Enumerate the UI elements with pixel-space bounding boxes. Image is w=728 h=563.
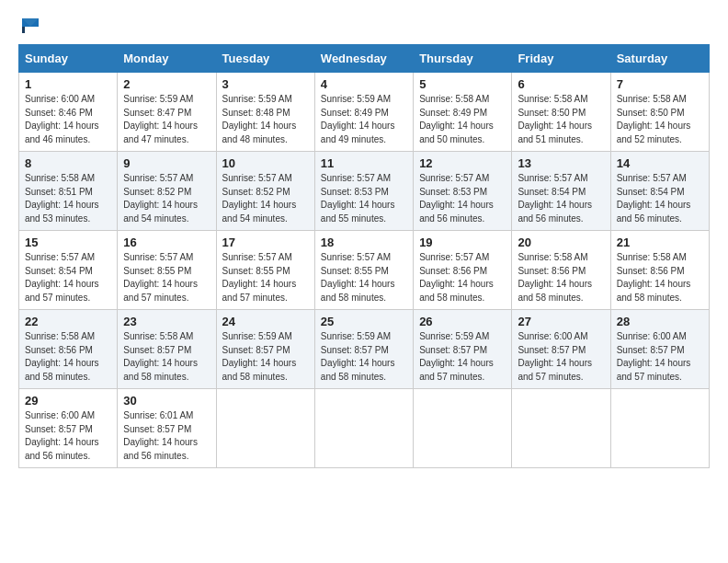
calendar-header-row: SundayMondayTuesdayWednesdayThursdayFrid… [19, 45, 710, 73]
day-number: 8 [25, 156, 111, 170]
day-info: Sunrise: 5:58 AMSunset: 8:51 PMDaylight:… [25, 172, 111, 225]
calendar-cell: 10Sunrise: 5:57 AMSunset: 8:52 PMDayligh… [216, 152, 314, 231]
calendar-cell: 12Sunrise: 5:57 AMSunset: 8:53 PMDayligh… [414, 152, 512, 231]
day-number: 19 [419, 236, 506, 249]
day-number: 2 [123, 77, 210, 91]
day-info: Sunrise: 5:59 AMSunset: 8:57 PMDaylight:… [321, 330, 407, 384]
header-monday: Monday [118, 45, 216, 73]
day-number: 4 [321, 77, 407, 91]
day-number: 13 [518, 156, 604, 170]
day-number: 1 [25, 77, 111, 91]
day-number: 23 [123, 315, 210, 328]
calendar-cell: 27Sunrise: 6:00 AMSunset: 8:57 PMDayligh… [512, 310, 610, 389]
day-number: 9 [123, 156, 210, 170]
day-info: Sunrise: 5:57 AMSunset: 8:53 PMDaylight:… [419, 172, 506, 225]
header-saturday: Saturday [610, 45, 709, 73]
calendar-cell: 8Sunrise: 5:58 AMSunset: 8:51 PMDaylight… [19, 152, 118, 231]
day-number: 30 [123, 394, 210, 408]
day-info: Sunrise: 5:59 AMSunset: 8:49 PMDaylight:… [321, 93, 407, 146]
day-info: Sunrise: 6:01 AMSunset: 8:57 PMDaylight:… [123, 409, 210, 463]
day-info: Sunrise: 5:57 AMSunset: 8:52 PMDaylight:… [123, 172, 210, 225]
day-info: Sunrise: 5:58 AMSunset: 8:56 PMDaylight:… [518, 251, 604, 304]
day-info: Sunrise: 5:58 AMSunset: 8:50 PMDaylight:… [617, 93, 703, 146]
calendar-cell [414, 389, 512, 468]
day-info: Sunrise: 5:57 AMSunset: 8:54 PMDaylight:… [518, 172, 604, 225]
day-number: 24 [222, 315, 309, 328]
day-info: Sunrise: 5:57 AMSunset: 8:55 PMDaylight:… [123, 251, 210, 304]
page-header [18, 18, 710, 29]
day-info: Sunrise: 5:59 AMSunset: 8:57 PMDaylight:… [222, 330, 309, 384]
calendar-cell [610, 389, 709, 468]
calendar-cell: 29Sunrise: 6:00 AMSunset: 8:57 PMDayligh… [19, 389, 118, 468]
calendar-cell: 16Sunrise: 5:57 AMSunset: 8:55 PMDayligh… [118, 231, 216, 310]
calendar-cell: 24Sunrise: 5:59 AMSunset: 8:57 PMDayligh… [216, 310, 314, 389]
day-info: Sunrise: 5:59 AMSunset: 8:57 PMDaylight:… [419, 330, 506, 384]
day-number: 12 [419, 156, 506, 170]
day-info: Sunrise: 5:59 AMSunset: 8:47 PMDaylight:… [123, 93, 210, 146]
calendar-cell: 13Sunrise: 5:57 AMSunset: 8:54 PMDayligh… [512, 152, 610, 231]
day-info: Sunrise: 6:00 AMSunset: 8:57 PMDaylight:… [518, 330, 604, 384]
calendar-cell: 9Sunrise: 5:57 AMSunset: 8:52 PMDaylight… [118, 152, 216, 231]
calendar-cell: 21Sunrise: 5:58 AMSunset: 8:56 PMDayligh… [610, 231, 709, 310]
day-info: Sunrise: 6:00 AMSunset: 8:46 PMDaylight:… [25, 93, 111, 146]
day-info: Sunrise: 5:58 AMSunset: 8:56 PMDaylight:… [25, 330, 111, 384]
day-info: Sunrise: 5:57 AMSunset: 8:54 PMDaylight:… [25, 251, 111, 304]
calendar-cell [512, 389, 610, 468]
day-number: 10 [222, 156, 309, 170]
calendar-cell: 2Sunrise: 5:59 AMSunset: 8:47 PMDaylight… [118, 73, 216, 152]
day-number: 28 [617, 315, 703, 328]
day-number: 21 [617, 236, 703, 249]
day-info: Sunrise: 5:58 AMSunset: 8:50 PMDaylight:… [518, 93, 604, 146]
day-number: 22 [25, 315, 111, 328]
calendar-cell: 1Sunrise: 6:00 AMSunset: 8:46 PMDaylight… [19, 73, 118, 152]
day-info: Sunrise: 5:58 AMSunset: 8:57 PMDaylight:… [123, 330, 210, 384]
calendar-cell: 28Sunrise: 6:00 AMSunset: 8:57 PMDayligh… [610, 310, 709, 389]
calendar-cell: 30Sunrise: 6:01 AMSunset: 8:57 PMDayligh… [118, 389, 216, 468]
calendar-cell: 3Sunrise: 5:59 AMSunset: 8:48 PMDaylight… [216, 73, 314, 152]
calendar-week-row: 22Sunrise: 5:58 AMSunset: 8:56 PMDayligh… [19, 310, 710, 389]
calendar-cell: 25Sunrise: 5:59 AMSunset: 8:57 PMDayligh… [314, 310, 413, 389]
calendar-cell: 5Sunrise: 5:58 AMSunset: 8:49 PMDaylight… [414, 73, 512, 152]
day-info: Sunrise: 6:00 AMSunset: 8:57 PMDaylight:… [617, 330, 703, 384]
day-info: Sunrise: 5:58 AMSunset: 8:49 PMDaylight:… [419, 93, 506, 146]
day-number: 3 [222, 77, 309, 91]
header-wednesday: Wednesday [314, 45, 413, 73]
day-number: 7 [617, 77, 703, 91]
logo [18, 18, 40, 29]
svg-rect-2 [22, 27, 25, 33]
day-number: 5 [419, 77, 506, 91]
day-number: 20 [518, 236, 604, 249]
day-info: Sunrise: 5:57 AMSunset: 8:52 PMDaylight:… [222, 172, 309, 225]
calendar-week-row: 15Sunrise: 5:57 AMSunset: 8:54 PMDayligh… [19, 231, 710, 310]
header-thursday: Thursday [414, 45, 512, 73]
calendar-cell: 14Sunrise: 5:57 AMSunset: 8:54 PMDayligh… [610, 152, 709, 231]
calendar-cell: 6Sunrise: 5:58 AMSunset: 8:50 PMDaylight… [512, 73, 610, 152]
day-number: 14 [617, 156, 703, 170]
day-info: Sunrise: 5:57 AMSunset: 8:54 PMDaylight:… [617, 172, 703, 225]
day-info: Sunrise: 5:57 AMSunset: 8:55 PMDaylight:… [222, 251, 309, 304]
calendar-cell: 11Sunrise: 5:57 AMSunset: 8:53 PMDayligh… [314, 152, 413, 231]
calendar-cell: 22Sunrise: 5:58 AMSunset: 8:56 PMDayligh… [19, 310, 118, 389]
calendar-week-row: 1Sunrise: 6:00 AMSunset: 8:46 PMDaylight… [19, 73, 710, 152]
calendar-cell: 26Sunrise: 5:59 AMSunset: 8:57 PMDayligh… [414, 310, 512, 389]
calendar-cell: 20Sunrise: 5:58 AMSunset: 8:56 PMDayligh… [512, 231, 610, 310]
header-tuesday: Tuesday [216, 45, 314, 73]
calendar-cell: 15Sunrise: 5:57 AMSunset: 8:54 PMDayligh… [19, 231, 118, 310]
day-info: Sunrise: 6:00 AMSunset: 8:57 PMDaylight:… [25, 409, 111, 463]
day-info: Sunrise: 5:57 AMSunset: 8:53 PMDaylight:… [321, 172, 407, 225]
calendar-cell: 7Sunrise: 5:58 AMSunset: 8:50 PMDaylight… [610, 73, 709, 152]
calendar-week-row: 8Sunrise: 5:58 AMSunset: 8:51 PMDaylight… [19, 152, 710, 231]
day-info: Sunrise: 5:59 AMSunset: 8:48 PMDaylight:… [222, 93, 309, 146]
day-info: Sunrise: 5:57 AMSunset: 8:55 PMDaylight:… [321, 251, 407, 304]
day-info: Sunrise: 5:58 AMSunset: 8:56 PMDaylight:… [617, 251, 703, 304]
logo-flag-icon [20, 17, 40, 33]
day-number: 17 [222, 236, 309, 249]
calendar-cell: 17Sunrise: 5:57 AMSunset: 8:55 PMDayligh… [216, 231, 314, 310]
day-number: 25 [321, 315, 407, 328]
calendar-week-row: 29Sunrise: 6:00 AMSunset: 8:57 PMDayligh… [19, 389, 710, 468]
day-number: 15 [25, 236, 111, 249]
calendar-cell: 18Sunrise: 5:57 AMSunset: 8:55 PMDayligh… [314, 231, 413, 310]
day-number: 6 [518, 77, 604, 91]
day-number: 29 [25, 394, 111, 408]
header-sunday: Sunday [19, 45, 118, 73]
